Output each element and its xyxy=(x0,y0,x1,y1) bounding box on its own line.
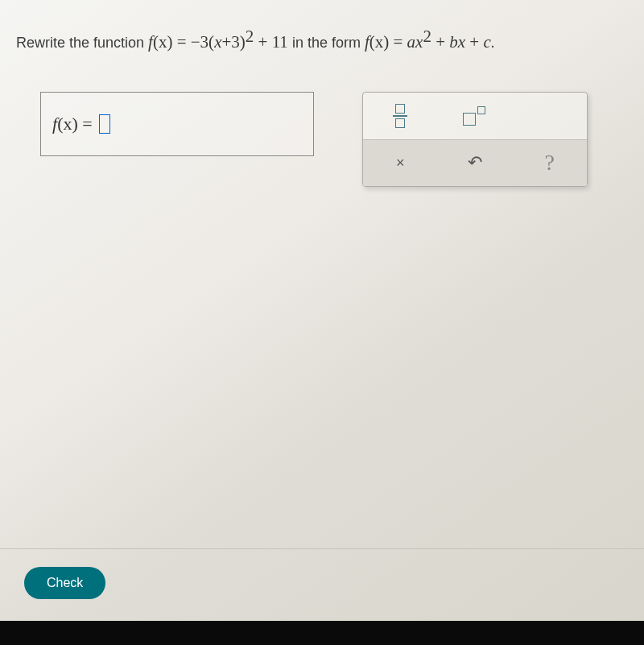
answer-label: f(x) = xyxy=(52,114,93,134)
exponent-tool-button[interactable] xyxy=(438,93,513,139)
question-prompt: Rewrite the function f(x) = −3(x+3)2 + 1… xyxy=(16,24,628,56)
fraction-tool-button[interactable] xyxy=(363,93,438,139)
fraction-icon xyxy=(393,104,407,128)
close-icon: × xyxy=(396,155,405,172)
help-icon: ? xyxy=(544,150,554,176)
check-button[interactable]: Check xyxy=(24,567,105,599)
undo-icon: ↶ xyxy=(468,152,482,173)
undo-button[interactable]: ↶ xyxy=(438,140,513,186)
screen-bezel xyxy=(0,621,644,645)
math-tool-palette: × ↶ ? xyxy=(362,92,588,187)
answer-input-box[interactable]: f(x) = xyxy=(40,92,314,156)
exponent-icon xyxy=(463,106,487,126)
math-input-field[interactable] xyxy=(99,114,110,134)
help-button[interactable]: ? xyxy=(512,140,587,186)
footer: Check xyxy=(0,548,644,617)
clear-button[interactable]: × xyxy=(363,140,438,186)
